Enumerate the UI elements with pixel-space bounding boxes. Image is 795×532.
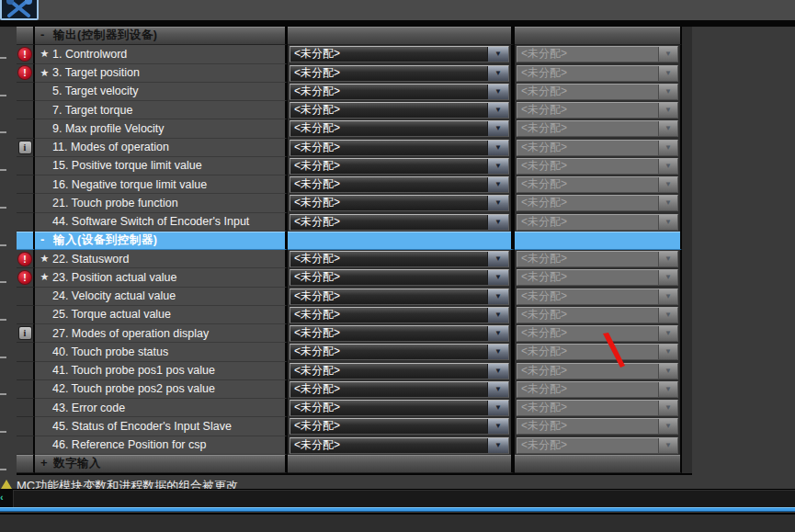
tool-settings-button[interactable] bbox=[0, 0, 39, 20]
dropdown-value: <未分配> bbox=[290, 141, 487, 155]
grid-row[interactable]: 42. Touch probe pos2 pos value<未分配>▼<未分配… bbox=[17, 380, 692, 399]
grid-row[interactable]: 25. Torque actual value<未分配>▼<未分配>▼ bbox=[17, 306, 692, 324]
grid-row[interactable]: 5. Target velocity<未分配>▼<未分配>▼ bbox=[17, 83, 692, 101]
grid-row[interactable]: 45. Status of Encoder's Input Slave<未分配>… bbox=[17, 417, 692, 436]
grid-row[interactable]: 9. Max profile Velocity<未分配>▼<未分配>▼ bbox=[17, 119, 692, 138]
grid-row[interactable]: !★1. Controlword<未分配>▼<未分配>▼ bbox=[17, 45, 692, 63]
chevron-down-icon: ▼ bbox=[494, 51, 502, 58]
dropdown-value: <未分配> bbox=[517, 364, 658, 379]
dropdown-value: <未分配> bbox=[290, 85, 487, 99]
dropdown-value: <未分配> bbox=[517, 103, 658, 118]
grid-row[interactable]: 40. Touch probe status<未分配>▼<未分配>▼ bbox=[17, 343, 692, 361]
section-row[interactable]: -输入(设备到控制器) bbox=[17, 232, 692, 250]
dropdown-arrow-button[interactable]: ▼ bbox=[487, 382, 508, 397]
variable-dropdown[interactable]: <未分配>▼ bbox=[290, 325, 509, 342]
variable-dropdown[interactable]: <未分配>▼ bbox=[290, 363, 509, 379]
collapse-toggle-icon[interactable]: - bbox=[35, 232, 53, 248]
dropdown-arrow-button[interactable]: ▼ bbox=[487, 215, 508, 230]
grid-row[interactable]: !★22. Statusword<未分配>▼<未分配>▼ bbox=[17, 250, 692, 268]
output-panel[interactable] bbox=[13, 489, 795, 508]
dropdown-arrow-button: ▼ bbox=[658, 401, 677, 415]
chevron-down-icon: ▼ bbox=[664, 404, 672, 412]
dropdown-arrow-button[interactable]: ▼ bbox=[487, 419, 508, 434]
dropdown-arrow-button[interactable]: ▼ bbox=[487, 121, 508, 136]
variable-dropdown[interactable]: <未分配>▼ bbox=[290, 400, 509, 416]
grid-row[interactable]: !★3. Target position<未分配>▼<未分配>▼ bbox=[17, 64, 692, 83]
dropdown-arrow-button[interactable]: ▼ bbox=[487, 252, 508, 266]
variable-dropdown[interactable]: <未分配>▼ bbox=[290, 251, 509, 267]
variable-cell: <未分配>▼ bbox=[288, 250, 515, 268]
dropdown-arrow-button[interactable]: ▼ bbox=[487, 364, 508, 379]
grid-row[interactable]: 7. Target torque<未分配>▼<未分配>▼ bbox=[17, 101, 692, 119]
grid-row[interactable]: 46. Reference Position for csp<未分配>▼<未分配… bbox=[17, 436, 692, 455]
top-toolbar bbox=[0, 0, 795, 20]
variable-dropdown[interactable]: <未分配>▼ bbox=[290, 84, 509, 100]
row-label-cell: 9. Max profile Velocity bbox=[35, 119, 288, 138]
dropdown-value: <未分配> bbox=[290, 345, 487, 359]
dropdown-arrow-button[interactable]: ▼ bbox=[487, 289, 508, 304]
collapse-toggle-icon[interactable]: - bbox=[35, 28, 53, 43]
grid-row[interactable]: i11. Modes of operation<未分配>▼<未分配>▼ bbox=[17, 139, 692, 157]
dropdown-arrow-button[interactable]: ▼ bbox=[487, 66, 508, 81]
grid-row[interactable]: 16. Negative torque limit value<未分配>▼<未分… bbox=[17, 175, 692, 194]
variable-dropdown[interactable]: <未分配>▼ bbox=[290, 176, 509, 193]
row-flag-cell: ! bbox=[17, 64, 35, 83]
dropdown-arrow-button[interactable]: ▼ bbox=[487, 308, 508, 323]
row-label-cell: 24. Velocity actual value bbox=[35, 288, 288, 306]
variable-dropdown[interactable]: <未分配>▼ bbox=[290, 418, 509, 435]
dropdown-arrow-button[interactable]: ▼ bbox=[487, 47, 508, 62]
grid-row[interactable]: !★23. Position actual value<未分配>▼<未分配>▼ bbox=[17, 268, 692, 287]
variable-dropdown[interactable]: <未分配>▼ bbox=[290, 289, 509, 305]
row-label: 9. Max profile Velocity bbox=[52, 122, 165, 135]
variable-dropdown[interactable]: <未分配>▼ bbox=[290, 437, 509, 454]
variable-dropdown[interactable]: <未分配>▼ bbox=[290, 65, 509, 82]
variable-dropdown[interactable]: <未分配>▼ bbox=[290, 195, 509, 211]
dropdown-arrow-button[interactable]: ▼ bbox=[487, 401, 508, 415]
variable-dropdown[interactable]: <未分配>▼ bbox=[290, 46, 509, 62]
variable-dropdown[interactable]: <未分配>▼ bbox=[290, 307, 509, 323]
grid-row[interactable]: 15. Positive torque limit value<未分配>▼<未分… bbox=[17, 157, 692, 175]
grid-row[interactable]: 43. Error code<未分配>▼<未分配>▼ bbox=[17, 399, 692, 417]
info-icon: i bbox=[19, 327, 31, 339]
dropdown-value: <未分配> bbox=[290, 438, 487, 453]
collapse-left-icon[interactable]: ‹ bbox=[0, 492, 4, 503]
dropdown-arrow-button[interactable]: ▼ bbox=[487, 103, 508, 118]
variable-dropdown[interactable]: <未分配>▼ bbox=[290, 120, 509, 137]
variable-dropdown[interactable]: <未分配>▼ bbox=[290, 102, 509, 119]
variable-dropdown[interactable]: <未分配>▼ bbox=[290, 344, 509, 360]
dropdown-arrow-button[interactable]: ▼ bbox=[487, 85, 508, 99]
dropdown-arrow-button: ▼ bbox=[658, 270, 677, 285]
dropdown-arrow-button[interactable]: ▼ bbox=[487, 270, 508, 285]
row-flag-cell bbox=[17, 194, 35, 212]
dropdown-arrow-button[interactable]: ▼ bbox=[487, 438, 508, 453]
secondary-cell: <未分配>▼ bbox=[515, 324, 682, 343]
grid-row[interactable]: 44. Software Switch of Encoder's Input<未… bbox=[17, 213, 692, 232]
grid-row[interactable]: 24. Velocity actual value<未分配>▼<未分配>▼ bbox=[17, 288, 692, 306]
dropdown-arrow-button[interactable]: ▼ bbox=[487, 159, 508, 174]
grid-row[interactable]: 41. Touch probe pos1 pos value<未分配>▼<未分配… bbox=[17, 362, 692, 380]
row-label-cell: 42. Touch probe pos2 pos value bbox=[35, 380, 288, 399]
chevron-down-icon: ▼ bbox=[494, 125, 502, 132]
dropdown-arrow-button[interactable]: ▼ bbox=[487, 196, 508, 210]
dropdown-value: <未分配> bbox=[290, 364, 487, 379]
section-row[interactable]: -输出(控制器到设备) bbox=[17, 27, 692, 45]
variable-cell: <未分配>▼ bbox=[288, 417, 515, 436]
variable-dropdown[interactable]: <未分配>▼ bbox=[290, 140, 509, 156]
dropdown-arrow-button[interactable]: ▼ bbox=[487, 177, 508, 192]
variable-dropdown[interactable]: <未分配>▼ bbox=[290, 269, 509, 286]
dropdown-arrow-button[interactable]: ▼ bbox=[487, 326, 508, 341]
dropdown-value: <未分配> bbox=[290, 215, 487, 230]
grid-row[interactable]: 21. Touch probe function<未分配>▼<未分配>▼ bbox=[17, 194, 692, 212]
variable-dropdown[interactable]: <未分配>▼ bbox=[290, 214, 509, 231]
dropdown-arrow-button[interactable]: ▼ bbox=[487, 345, 508, 359]
secondary-dropdown: <未分配>▼ bbox=[517, 140, 678, 156]
expand-toggle-icon[interactable]: + bbox=[35, 456, 53, 471]
dropdown-arrow-button[interactable]: ▼ bbox=[487, 141, 508, 155]
variable-dropdown[interactable]: <未分配>▼ bbox=[290, 158, 509, 175]
variable-dropdown[interactable]: <未分配>▼ bbox=[290, 381, 509, 398]
grid-row[interactable]: i27. Modes of operation display<未分配>▼<未分… bbox=[17, 324, 692, 343]
row-tick-strip bbox=[0, 30, 6, 475]
dropdown-value: <未分配> bbox=[517, 419, 658, 434]
section-row[interactable]: +数字输入 bbox=[17, 455, 692, 473]
chevron-down-icon: ▼ bbox=[664, 330, 672, 337]
